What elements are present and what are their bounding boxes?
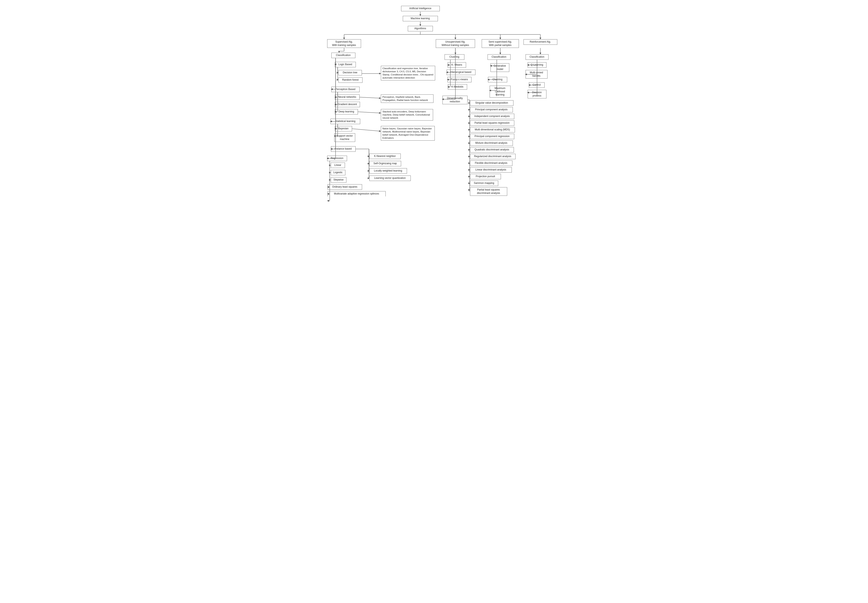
mars-node: Multivariate adaptive regression splince…: [328, 191, 385, 196]
clustring-node: Clustring: [444, 54, 464, 60]
control-node: Control: [529, 82, 544, 88]
dim-reduction-node: Dimentionalltyreduction: [442, 96, 467, 104]
gen-model-node: Generativemodel: [490, 63, 509, 72]
sammon-node: Sammon mapping: [470, 181, 498, 186]
neural-networks-node: Neural networks: [335, 94, 359, 100]
bayesian-node: Bayesian: [335, 126, 352, 131]
qda-node: Quadratic discriminant analysis: [470, 147, 514, 153]
linear-node: Linear: [331, 162, 345, 168]
qlearn-node: Q-Learning: [528, 62, 546, 68]
logestic-node: Logestic: [331, 170, 345, 175]
gradient-descent-node: Gradient descent: [335, 102, 360, 107]
classification-desc-node: Classification and regression tree, Iter…: [381, 66, 435, 80]
kmeans-node: K- Means: [448, 62, 466, 68]
pp-node: Projection pursuit: [470, 174, 501, 179]
random-forest-node: Random forest: [338, 77, 362, 83]
fuzzy-node: Fussy-c-means: [447, 77, 472, 82]
knn-node: K-Nearest neighbor: [369, 153, 401, 159]
perceptron-based-node: Perceptron Based: [331, 87, 359, 92]
hierarchical-node: Hierarcgical based: [447, 70, 475, 75]
logic-based-node: Logic Based: [335, 62, 356, 67]
kmedoids-node: K-Medoids: [448, 84, 467, 90]
lda-node: Linear discriminant analysis: [470, 167, 512, 173]
regression-node: Regression: [327, 156, 347, 161]
lwl-node: Locally weighted learning: [369, 168, 407, 174]
ols-node: Ordinary least squares: [328, 184, 362, 190]
fda-node: Flexible discriminant analysis: [470, 161, 512, 166]
ica-node: Independent compnent analysis: [470, 114, 514, 119]
perceptron-desc-node: Perceptron, Hopfield network, Back-Propa…: [381, 94, 433, 103]
ml-node: Machine learning: [403, 16, 438, 21]
decision-tree-node: Decision tree: [338, 70, 362, 76]
instance-based-node: Instance based: [331, 146, 356, 152]
mds-node: Multi dimentional scaling (MDS): [470, 127, 515, 133]
semi-supervised-node: Semi supervised Alg.With partial samples: [482, 39, 519, 48]
reinf-class-node: Classification: [526, 54, 549, 60]
semi-class-node: Classification: [487, 54, 510, 60]
multi-armed-node: Multi-armedbandits: [526, 70, 547, 79]
lvq-node: Learning vector quantization: [369, 176, 411, 181]
semi-clustring-node: Clustring: [488, 77, 507, 82]
decision-process-node: Decisionprocess: [528, 90, 546, 98]
deep-learning-node: Deep learning: [335, 109, 358, 114]
max-likelihood-node: MaximumLiklihoodlearning: [490, 86, 510, 97]
ai-node: Artificial Intelligence: [401, 6, 440, 11]
supervised-node: Supervised Alg.With training samples: [327, 39, 361, 48]
svd-node: Singular value decomposition: [470, 100, 513, 106]
pca-node: Principal component analysis: [470, 107, 513, 113]
unsupervised-node: Unsupervised Alg.Without training sample…: [436, 39, 475, 48]
plsda-node: Partial least squaresdiscriminant analys…: [470, 187, 507, 196]
statistical-learning-node: Statistical learning: [330, 119, 360, 124]
ml-taxonomy-diagram: Artificial Intelligence Machine learning…: [321, 4, 547, 192]
plsr-node: Partial least squares regression: [470, 121, 514, 126]
deep-desc-node: Stacked auto-encoders, Deep boltzmann ma…: [381, 109, 433, 121]
som-node: Self-Orginizaing map: [369, 161, 401, 166]
rda-node: Regularized discriminant analysis: [470, 154, 515, 159]
pcr-node: Principal component regression: [470, 134, 514, 139]
stepwise-node: Stepwise: [331, 177, 346, 182]
bayesian-desc-node: Naive bayes, Gaussian naive bayes, Bayes…: [381, 126, 435, 141]
reinforcement-node: Reinforcement Alg.: [523, 39, 557, 45]
mda-node: Mixture discriminant analysis: [470, 141, 513, 146]
svm-node: Support vectormachine: [334, 133, 355, 142]
classification-node: Classification: [331, 53, 355, 58]
alg-node: Algorithms: [408, 26, 433, 31]
